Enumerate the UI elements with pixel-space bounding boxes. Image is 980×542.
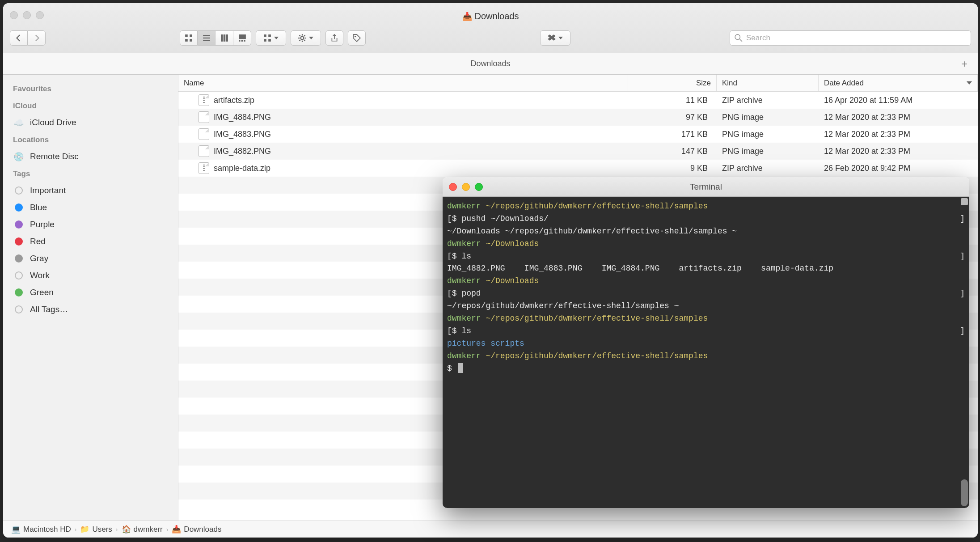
term-user: dwmkerr: [447, 276, 481, 285]
terminal-scrollbar[interactable]: [961, 479, 968, 506]
group-button[interactable]: [256, 30, 286, 46]
search-input[interactable]: [746, 34, 966, 42]
tag-dot-icon: [13, 253, 25, 264]
action-button[interactable]: [291, 30, 321, 46]
sidebar-item-remote-disc[interactable]: 💿 Remote Disc: [3, 148, 178, 165]
file-icon: [199, 128, 209, 140]
term-cmd-ls: ls: [461, 252, 471, 261]
term-zoom-button[interactable]: [475, 183, 483, 191]
svg-rect-8: [223, 34, 225, 42]
file-kind: PNG image: [717, 113, 819, 122]
view-gallery-button[interactable]: [233, 30, 251, 46]
svg-point-19: [355, 36, 356, 37]
tag-dot-icon: [13, 202, 25, 213]
file-icon: [199, 111, 209, 123]
path-item[interactable]: 🏠dwmkerr: [122, 525, 163, 534]
file-icon: [199, 94, 209, 106]
minimize-button[interactable]: [23, 11, 31, 19]
column-name[interactable]: Name: [178, 75, 628, 91]
svg-rect-15: [268, 34, 271, 37]
file-name: IMG_4884.PNG: [214, 113, 271, 122]
path-item[interactable]: 💻Macintosh HD: [11, 525, 71, 534]
column-size[interactable]: Size: [628, 75, 717, 91]
view-column-button[interactable]: [215, 30, 233, 46]
folder-icon: 📁: [80, 525, 89, 534]
sidebar-item-tag-blue[interactable]: Blue: [3, 199, 178, 216]
path-item[interactable]: 📥Downloads: [172, 525, 221, 534]
file-row[interactable]: artifacts.zip 11 KB ZIP archive 16 Apr 2…: [178, 92, 978, 109]
tags-heading: Tags: [3, 165, 178, 182]
svg-rect-17: [268, 39, 271, 42]
tag-dot-icon: [13, 185, 25, 196]
view-list-button[interactable]: [198, 30, 215, 46]
sidebar-item-label: Green: [30, 288, 54, 297]
tag-dot-icon: [13, 304, 25, 315]
file-size: 171 KB: [628, 130, 717, 139]
file-date: 12 Mar 2020 at 2:33 PM: [819, 147, 978, 156]
sidebar-item-tag-red[interactable]: Red: [3, 233, 178, 250]
term-path: ~/Downloads: [486, 239, 539, 248]
gear-icon: [298, 34, 306, 42]
svg-rect-7: [221, 34, 223, 42]
file-size: 97 KB: [628, 113, 717, 122]
column-headers: Name Size Kind Date Added: [178, 75, 978, 92]
edit-tags-button[interactable]: [348, 30, 366, 46]
chevron-right-icon: ›: [75, 526, 77, 533]
path-label: Macintosh HD: [23, 525, 71, 534]
file-icon: [199, 145, 209, 157]
dropbox-button[interactable]: [540, 30, 570, 46]
search-box[interactable]: [730, 30, 971, 46]
window-title: 📥Downloads: [3, 3, 978, 21]
svg-rect-0: [185, 34, 188, 37]
term-cmd-popd: popd: [461, 289, 481, 298]
search-icon: [735, 34, 743, 42]
view-icon-button[interactable]: [180, 30, 198, 46]
sidebar-item-tag-gray[interactable]: Gray: [3, 250, 178, 267]
file-row[interactable]: IMG_4882.PNG 147 KB PNG image 12 Mar 202…: [178, 143, 978, 160]
sidebar-item-label: Purple: [30, 220, 55, 229]
file-date: 26 Feb 2020 at 9:42 PM: [819, 164, 978, 173]
sort-caret-icon: [967, 81, 972, 85]
share-icon: [330, 34, 338, 42]
sidebar-item-label: iCloud Drive: [30, 118, 76, 127]
disc-icon: 💿: [13, 151, 25, 162]
terminal-body[interactable]: dwmkerr ~/repos/github/dwmkerr/effective…: [443, 197, 969, 508]
tab-title[interactable]: Downloads: [470, 59, 510, 68]
sidebar-item-tag-important[interactable]: Important: [3, 182, 178, 199]
sidebar-item-label: Remote Disc: [30, 152, 79, 161]
path-label: dwmkerr: [134, 525, 163, 534]
zoom-button[interactable]: [36, 11, 44, 19]
cursor-icon: [458, 363, 463, 373]
close-button[interactable]: [10, 11, 18, 19]
svg-rect-10: [239, 34, 246, 39]
term-output: ~/repos/github/dwmkerr/effective-shell/s…: [447, 301, 679, 310]
file-kind: PNG image: [717, 130, 819, 139]
term-close-button[interactable]: [449, 183, 457, 191]
sidebar-item-tag-purple[interactable]: Purple: [3, 216, 178, 233]
path-label: Downloads: [184, 525, 221, 534]
sidebar-item-tag-green[interactable]: Green: [3, 284, 178, 301]
tag-dot-icon: [13, 219, 25, 230]
sidebar-item-tag-work[interactable]: Work: [3, 267, 178, 284]
back-button[interactable]: [10, 30, 28, 46]
sidebar-item-tag-all[interactable]: All Tags…: [3, 301, 178, 318]
forward-button[interactable]: [28, 30, 46, 46]
svg-point-18: [301, 37, 304, 40]
file-kind: PNG image: [717, 147, 819, 156]
term-minimize-button[interactable]: [462, 183, 470, 191]
file-row[interactable]: sample-data.zip 9 KB ZIP archive 26 Feb …: [178, 160, 978, 177]
sidebar-item-label: Work: [30, 271, 50, 280]
add-tab-button[interactable]: +: [956, 56, 972, 72]
path-item[interactable]: 📁Users: [80, 525, 112, 534]
tag-dot-icon: [13, 287, 25, 298]
svg-rect-4: [203, 35, 210, 36]
sidebar-item-label: Important: [30, 186, 66, 195]
sidebar-item-icloud-drive[interactable]: ☁️ iCloud Drive: [3, 114, 178, 131]
file-row[interactable]: IMG_4883.PNG 171 KB PNG image 12 Mar 202…: [178, 126, 978, 143]
term-user: dwmkerr: [447, 202, 481, 211]
column-date[interactable]: Date Added: [819, 75, 978, 91]
file-name: sample-data.zip: [214, 164, 270, 173]
share-button[interactable]: [325, 30, 343, 46]
file-row[interactable]: IMG_4884.PNG 97 KB PNG image 12 Mar 2020…: [178, 109, 978, 126]
column-kind[interactable]: Kind: [717, 75, 819, 91]
